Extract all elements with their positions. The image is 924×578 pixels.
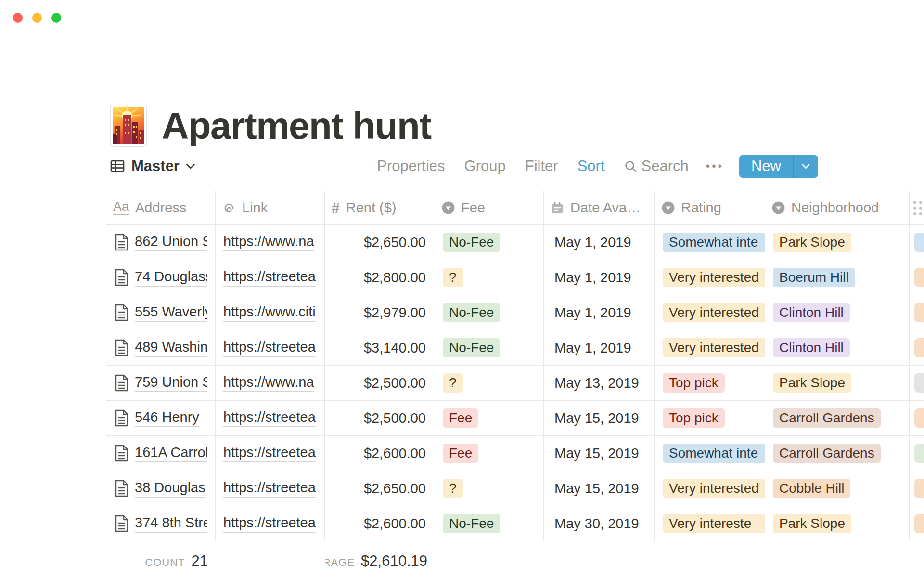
cell-date[interactable]: May 1, 2019 bbox=[544, 260, 655, 295]
cell-neighborhood[interactable]: Cobble Hill bbox=[765, 471, 910, 506]
address-link[interactable]: 555 Waverly A bbox=[135, 304, 207, 322]
cell-extra[interactable] bbox=[910, 295, 924, 330]
address-link[interactable]: 38 Douglas bbox=[135, 480, 205, 498]
cell-extra[interactable] bbox=[910, 260, 924, 295]
column-header-rating[interactable]: Rating bbox=[655, 191, 765, 224]
column-header-date[interactable]: Date Ava… bbox=[544, 191, 655, 224]
cell-extra[interactable] bbox=[910, 401, 924, 435]
url-link[interactable]: https://streetea bbox=[223, 445, 316, 462]
cell-address[interactable]: 862 Union Stre bbox=[106, 225, 216, 260]
cell-rent[interactable]: $2,600.00 bbox=[325, 506, 435, 541]
column-header-link[interactable]: Link bbox=[216, 191, 325, 224]
cell-address[interactable]: 489 Washingto bbox=[106, 330, 216, 365]
column-header-rent[interactable]: # Rent ($) bbox=[325, 191, 435, 224]
cell-address[interactable]: 546 Henry bbox=[106, 401, 216, 435]
cell-rating[interactable]: Somewhat inte bbox=[655, 436, 765, 471]
address-link[interactable]: 546 Henry bbox=[135, 409, 199, 427]
cell-link[interactable]: https://www.na bbox=[216, 225, 325, 260]
cell-neighborhood[interactable]: Clinton Hill bbox=[765, 295, 910, 330]
address-link[interactable]: 74 Douglass St bbox=[135, 269, 207, 287]
cell-fee[interactable]: ? bbox=[435, 260, 544, 295]
cell-link[interactable]: https://streetea bbox=[216, 471, 325, 506]
cell-date[interactable]: May 15, 2019 bbox=[544, 471, 655, 506]
table-row[interactable]: 38 Douglas https://streetea $2,650.00 ? … bbox=[106, 471, 924, 506]
column-header-more[interactable] bbox=[910, 191, 924, 224]
table-row[interactable]: 74 Douglass St https://streetea $2,800.0… bbox=[106, 260, 924, 295]
cell-rating[interactable]: Very interested bbox=[655, 471, 765, 506]
cell-fee[interactable]: Fee bbox=[435, 436, 544, 471]
cell-neighborhood[interactable]: Park Slope bbox=[765, 366, 910, 400]
column-header-address[interactable]: Aa Address bbox=[106, 191, 216, 224]
cell-neighborhood[interactable]: Carroll Gardens bbox=[765, 401, 910, 435]
cell-fee[interactable]: No-Fee bbox=[435, 225, 544, 260]
cell-link[interactable]: https://streetea bbox=[216, 401, 325, 435]
cell-date[interactable]: May 1, 2019 bbox=[544, 295, 655, 330]
column-header-fee[interactable]: Fee bbox=[435, 191, 544, 224]
cell-rent[interactable]: $2,650.00 bbox=[325, 471, 435, 506]
cell-date[interactable]: May 13, 2019 bbox=[544, 366, 655, 400]
cell-rating[interactable]: Top pick bbox=[655, 366, 765, 400]
cell-rent[interactable]: $2,600.00 bbox=[325, 436, 435, 471]
url-link[interactable]: https://www.na bbox=[223, 234, 314, 251]
cell-address[interactable]: 38 Douglas bbox=[106, 471, 216, 506]
cell-rating[interactable]: Very interested bbox=[655, 330, 765, 365]
cell-fee[interactable]: ? bbox=[435, 366, 544, 400]
minimize-button[interactable] bbox=[32, 13, 42, 23]
url-link[interactable]: https://www.citi bbox=[223, 304, 316, 322]
cell-fee[interactable]: Fee bbox=[435, 401, 544, 435]
cell-fee[interactable]: ? bbox=[435, 471, 544, 506]
cell-address[interactable]: 161A Carroll St bbox=[106, 436, 216, 471]
cell-neighborhood[interactable]: Boerum Hill bbox=[765, 260, 910, 295]
address-link[interactable]: 862 Union Stre bbox=[135, 234, 207, 251]
cell-fee[interactable]: No-Fee bbox=[435, 295, 544, 330]
cell-extra[interactable] bbox=[910, 506, 924, 541]
cell-rating[interactable]: Very intereste bbox=[655, 506, 765, 541]
cell-date[interactable]: May 30, 2019 bbox=[544, 506, 655, 541]
cell-neighborhood[interactable]: Park Slope bbox=[765, 225, 910, 260]
table-row[interactable]: 546 Henry https://streetea $2,500.00 Fee… bbox=[106, 401, 924, 436]
group-button[interactable]: Group bbox=[464, 158, 506, 175]
cell-date[interactable]: May 1, 2019 bbox=[544, 225, 655, 260]
new-button[interactable]: New bbox=[739, 155, 818, 178]
more-options-button[interactable]: ••• bbox=[706, 159, 724, 173]
cell-date[interactable]: May 15, 2019 bbox=[544, 436, 655, 471]
cell-rent[interactable]: $2,979.00 bbox=[325, 295, 435, 330]
table-row[interactable]: 161A Carroll St https://streetea $2,600.… bbox=[106, 436, 924, 471]
url-link[interactable]: https://streetea bbox=[223, 339, 316, 357]
table-row[interactable]: 759 Union Stre https://www.na $2,500.00 … bbox=[106, 366, 924, 401]
view-switcher[interactable]: Master bbox=[110, 158, 195, 175]
cell-extra[interactable] bbox=[910, 366, 924, 400]
search-button[interactable]: Search bbox=[624, 158, 689, 175]
url-link[interactable]: https://streetea bbox=[223, 480, 316, 498]
url-link[interactable]: https://www.na bbox=[223, 374, 314, 392]
cell-neighborhood[interactable]: Park Slope bbox=[765, 506, 910, 541]
url-link[interactable]: https://streetea bbox=[223, 269, 316, 287]
cell-rating[interactable]: Very interested bbox=[655, 295, 765, 330]
cell-extra[interactable] bbox=[910, 471, 924, 506]
address-link[interactable]: 161A Carroll St bbox=[135, 445, 207, 462]
cell-link[interactable]: https://www.citi bbox=[216, 295, 325, 330]
cell-neighborhood[interactable]: Clinton Hill bbox=[765, 330, 910, 365]
table-row[interactable]: 555 Waverly A https://www.citi $2,979.00… bbox=[106, 295, 924, 330]
cell-neighborhood[interactable]: Carroll Gardens bbox=[765, 436, 910, 471]
cell-extra[interactable] bbox=[910, 330, 924, 365]
filter-button[interactable]: Filter bbox=[525, 158, 558, 175]
cell-address[interactable]: 74 Douglass St bbox=[106, 260, 216, 295]
sort-button[interactable]: Sort bbox=[578, 158, 605, 175]
cell-rent[interactable]: $2,500.00 bbox=[325, 366, 435, 400]
cell-address[interactable]: 555 Waverly A bbox=[106, 295, 216, 330]
cell-rent[interactable]: $2,650.00 bbox=[325, 225, 435, 260]
close-button[interactable] bbox=[13, 13, 23, 23]
cell-link[interactable]: https://streetea bbox=[216, 506, 325, 541]
cell-extra[interactable] bbox=[910, 436, 924, 471]
cell-link[interactable]: https://streetea bbox=[216, 330, 325, 365]
footer-count-cell[interactable]: COUNT 21 bbox=[106, 541, 216, 578]
sunset-city-emoji-icon[interactable] bbox=[110, 105, 147, 147]
cell-date[interactable]: May 15, 2019 bbox=[544, 401, 655, 435]
cell-rent[interactable]: $2,800.00 bbox=[325, 260, 435, 295]
properties-button[interactable]: Properties bbox=[377, 158, 445, 175]
cell-date[interactable]: May 1, 2019 bbox=[544, 330, 655, 365]
zoom-button[interactable] bbox=[51, 13, 61, 23]
cell-address[interactable]: 759 Union Stre bbox=[106, 366, 216, 400]
table-row[interactable]: 374 8th Street https://streetea $2,600.0… bbox=[106, 506, 924, 541]
